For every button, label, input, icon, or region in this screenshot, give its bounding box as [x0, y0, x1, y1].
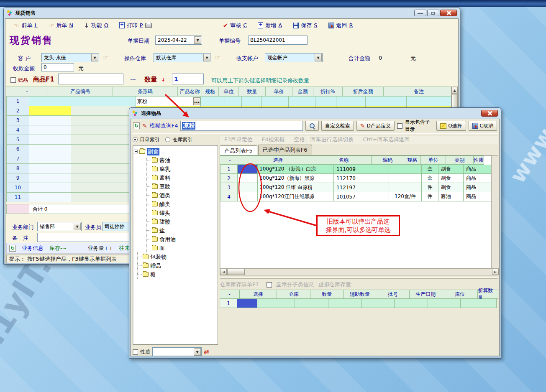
tree-item[interactable]: 糖 [138, 270, 217, 279]
tree-item[interactable]: 食用油 [147, 235, 217, 244]
dropdown-icon[interactable]: ▼ [203, 54, 210, 61]
tab-product-list[interactable]: 产品列表F5 [220, 145, 257, 155]
tree-item[interactable]: 罐头 [147, 209, 217, 217]
product-ellipsis-button[interactable]: ... [130, 76, 136, 81]
dropdown-icon[interactable]: ▼ [194, 348, 201, 356]
tree-item[interactable]: 醋类 [147, 200, 217, 209]
cell-ellipsis-button[interactable]: ... [193, 97, 200, 105]
product-define-button[interactable]: ✎ D产品定义 [356, 121, 395, 131]
prev-doc-button[interactable]: ☜ 前单L [14, 22, 38, 29]
column-header: 编码 [372, 155, 404, 165]
scroll-left-icon[interactable]: ◄ [220, 269, 227, 275]
scroll-up-icon[interactable]: ▲ [451, 87, 458, 94]
tree-item[interactable]: 面 [147, 244, 217, 252]
close-button[interactable] [440, 10, 457, 16]
dropdown-icon[interactable]: ▼ [315, 54, 322, 61]
doc-number-field[interactable]: BL250422001 [248, 36, 308, 45]
collapse-icon[interactable] [134, 150, 138, 153]
gift-checkbox[interactable] [10, 77, 16, 83]
minimize-button[interactable] [414, 10, 426, 16]
tree-item[interactable]: 甜酸 [147, 217, 217, 226]
tree-item[interactable]: 豆豉 [147, 182, 217, 191]
dropdown-icon[interactable]: ▼ [74, 223, 81, 230]
property-label: 性质 [140, 349, 150, 356]
scrollbar-thumb[interactable] [227, 269, 245, 275]
account-combobox[interactable]: 现金帐户 ▼ [265, 53, 323, 62]
select-cell[interactable] [238, 165, 258, 174]
dir-index-radio[interactable] [133, 137, 138, 142]
quantity-hint: 可以用上下箭头键选择明细记录修改数量 [211, 77, 309, 84]
detail-row-1[interactable]: 1 京粉 ... [6, 97, 455, 106]
red-check-icon: ✔ [223, 22, 228, 29]
maximize-button[interactable] [427, 10, 439, 16]
tab-selected-list[interactable]: 已选中产品列表F6 [258, 145, 312, 155]
show-subclass-checkbox[interactable] [267, 282, 272, 288]
customer-combobox[interactable]: 龙头-永佳 ▼ [41, 53, 99, 62]
tree-item[interactable]: 酱油 [147, 156, 217, 165]
select-cell[interactable] [238, 192, 258, 201]
main-titlebar[interactable]: 现货销售 [5, 8, 459, 18]
refresh-icon[interactable]: ↻ [9, 245, 16, 252]
property-checkbox[interactable] [133, 349, 138, 355]
dropdown-icon[interactable]: ▼ [91, 54, 98, 61]
select-cell[interactable] [238, 183, 258, 192]
tree-root-item[interactable]: 副食 [134, 147, 217, 156]
fuzzy-search-input[interactable]: 凉粉 [180, 121, 302, 131]
cancel-button[interactable]: C取消 [469, 121, 497, 131]
dept-combobox[interactable]: 销售部 ▼ [37, 222, 82, 231]
stock-link[interactable]: 库存-~ [49, 244, 67, 252]
column-header: 名称 [316, 155, 372, 165]
tree-item[interactable]: 酱料 [147, 173, 217, 182]
product-input[interactable] [58, 74, 123, 84]
select-cell[interactable] [238, 174, 258, 183]
account-label: 收支帐户 [236, 55, 258, 62]
column-header: 数量 [310, 290, 344, 299]
function-button[interactable]: ↓ 功能O [84, 22, 108, 29]
dialog-close-button[interactable] [481, 110, 498, 117]
tree-root-label[interactable]: 副食 [147, 148, 159, 155]
tree-item[interactable]: 赠品 [138, 261, 217, 270]
warehouse-pointer-icon[interactable]: ☞ [215, 54, 220, 61]
date-combobox[interactable]: 2025-04-22 ▼ [155, 36, 202, 45]
warehouse-combobox[interactable]: 默认仓库 ▼ [154, 53, 211, 62]
received-amount-field[interactable]: 0 [41, 63, 74, 71]
audit-button[interactable]: ✔ 审核C [223, 22, 247, 29]
include-subdir-checkbox[interactable] [397, 123, 402, 129]
dropdown-icon[interactable]: ▼ [194, 36, 201, 44]
tree-item[interactable]: 盐 [147, 226, 217, 235]
search-magnifier-button[interactable] [305, 121, 319, 131]
product-row-3[interactable]: 3 100g*120 佳维 白凉粉 112197 件 副食 商品 [220, 183, 498, 192]
tree-item[interactable]: 酒类 [147, 191, 217, 200]
product-name-cell[interactable]: 京粉 [137, 98, 192, 105]
tree-item[interactable]: 包装物 [138, 252, 217, 261]
stock-row-1[interactable]: 1 [220, 299, 498, 308]
product-row-4[interactable]: 4 100g*120江门佳维黑凉 101057 120盒/件 件 酱油 商品 [220, 192, 498, 201]
product-row-2[interactable]: 2 100g*120（新海）黑凉 112170 盒 副食 商品 [220, 174, 498, 183]
dialog-titlebar[interactable]: 选择物品 [131, 108, 500, 119]
property-combobox[interactable]: ▼ [152, 347, 202, 356]
product-list-hscrollbar[interactable]: ◄ ► [220, 268, 499, 275]
select-cell[interactable] [237, 299, 257, 308]
quantity-input[interactable]: 1 [172, 74, 204, 84]
add-new-button[interactable]: 新增A [258, 22, 282, 29]
next-doc-button[interactable]: ☞ 后单N [49, 22, 73, 29]
column-header: 规格 [202, 87, 219, 97]
volume-link[interactable]: 业务量++ [88, 244, 113, 252]
wh-index-radio[interactable] [165, 137, 170, 142]
tree-item[interactable]: 腐乳 [147, 165, 217, 173]
business-info-link[interactable]: 业务信息 [22, 244, 44, 252]
return-button[interactable]: 返回R [328, 22, 353, 29]
customer-pointer-icon[interactable]: ☞ [103, 54, 108, 61]
gift-label: 赠品 [18, 77, 28, 84]
watermark-left: on1yIT. [0, 249, 59, 379]
custom-search-button[interactable]: 自定义检索 [321, 121, 354, 131]
product-list-vscrollbar[interactable] [491, 155, 498, 268]
show-subclass-label: 显示分子类信息 [276, 281, 314, 288]
save-button[interactable]: 保存S [293, 22, 317, 29]
select-button[interactable]: ✔ O选择 [436, 121, 466, 131]
refresh-icon[interactable]: ↻ [133, 122, 140, 129]
swap-icon[interactable]: ⇄ [204, 348, 209, 356]
product-row-1[interactable]: 1 100g*120 （新海）白凉 111009 盒 副食 商品 [220, 165, 498, 174]
scroll-right-icon[interactable]: ► [492, 269, 499, 275]
print-button[interactable]: 打印P [119, 22, 152, 29]
